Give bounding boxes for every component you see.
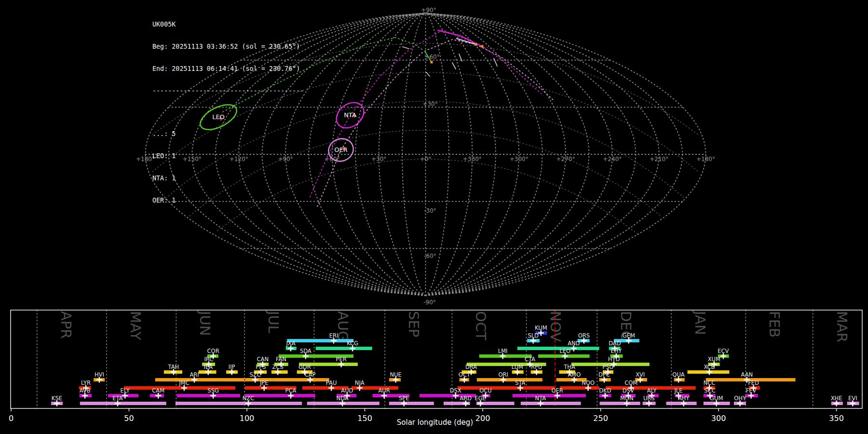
axis-tick-label: 200 (475, 414, 490, 423)
lon-label: +0° (420, 156, 432, 163)
meridian-line (426, 13, 706, 296)
shower-bar-nta (521, 402, 581, 405)
month-label-feb: FEB (766, 311, 783, 338)
month-label-jun: JUN (197, 310, 213, 336)
shower-bar-mon (600, 402, 640, 405)
lat-label: -30° (424, 207, 436, 214)
count-nta: NTA: 1 (152, 175, 304, 182)
axis-tick-label: 0 (9, 414, 14, 423)
shower-bar-pca (245, 394, 315, 397)
sporadic-2 (452, 63, 456, 69)
shower-bar-ssg (177, 394, 240, 397)
shower-bar-cap (274, 378, 329, 381)
shower-bar-eta (80, 402, 166, 405)
sporadic-4 (426, 72, 430, 76)
observation-header: UK005K Beg: 20251113 03:36:52 (sol = 230… (152, 6, 304, 234)
shower-bar-sta (458, 386, 555, 390)
month-label-nov: NOV (547, 311, 564, 342)
radiant-label-nta: NTA (344, 111, 356, 119)
lat-label: -90° (423, 299, 436, 306)
count-oer: OER: 1 (152, 197, 304, 204)
lon-label: +330° (463, 156, 482, 163)
shower-bar-eri (287, 339, 353, 342)
count-leo: LEO: 1 (152, 152, 304, 160)
shower-bar-ori (477, 378, 542, 381)
lon-label: +180° (696, 156, 715, 163)
lon-label: +30° (371, 156, 386, 163)
shower-bar-nzc (176, 402, 302, 405)
count-sporadic: ...: 5 (152, 130, 304, 137)
shower-bar-kcg (316, 347, 372, 350)
oer-track (317, 40, 554, 206)
axis-tick-label: 100 (240, 414, 255, 423)
axis-tick-label: 250 (593, 414, 608, 423)
axis-tick-label: 350 (829, 414, 844, 423)
month-label-apr: APR (58, 311, 74, 339)
nta-meteor-endpoint (481, 45, 484, 48)
month-label-oct: OCT (473, 311, 489, 340)
radiant-map-screen: +180°+150°+120°+90°+60°+30°+0°+330°+300°… (0, 0, 868, 434)
shower-bar-oer (513, 394, 586, 397)
axis-tick-label: 50 (124, 414, 134, 423)
oer-meteor-endpoint (475, 43, 477, 46)
lat-label: -60° (424, 253, 436, 259)
axis-tick-label: 150 (357, 414, 372, 423)
sporadic-3 (494, 58, 497, 66)
sporadic-1 (403, 47, 409, 49)
axis-tick-label: 300 (711, 414, 726, 423)
radiant-label-oer: OER (334, 146, 347, 153)
station-id: UK005K (152, 21, 304, 28)
shower-bar-noo (560, 386, 599, 390)
lon-label: +300° (510, 156, 529, 163)
separator-line: --------------------------------------- (152, 87, 304, 95)
month-label-may: MAY (127, 311, 144, 340)
x-axis-title: Solar longitude (deg) (397, 418, 473, 427)
month-label-jul: JUL (265, 310, 282, 333)
shower-bar-ari (155, 378, 244, 381)
lon-label: +210° (650, 156, 668, 163)
leo-meteor-endpoint (431, 61, 433, 64)
plot-canvas: +180°+150°+120°+90°+60°+30°+0°+330°+300°… (0, 0, 868, 434)
lon-label: +240° (603, 156, 622, 163)
activity-chart: APRMAYJUNJULAUGSEPOCTNOVDECJANFEBMARKUME… (9, 310, 862, 427)
shower-bar-spe (389, 402, 434, 405)
shower-bar-and (517, 347, 599, 350)
month-label-mar: MAR (834, 311, 850, 342)
begin-time: Beg: 20251113 03:36:52 (sol = 230.65°) (152, 43, 304, 50)
lon-label: +270° (556, 156, 575, 163)
month-label-jan: JAN (692, 310, 708, 335)
end-time: End: 20251113 06:14:41 (sol = 230.76°) (152, 65, 304, 72)
lat-label: +90° (421, 7, 436, 14)
month-label-sep: SEP (406, 311, 422, 337)
lat-label: +30° (422, 101, 437, 108)
meteor-counts: ...: 5 LEO: 1 NTA: 1 OER: 1 (152, 115, 304, 219)
